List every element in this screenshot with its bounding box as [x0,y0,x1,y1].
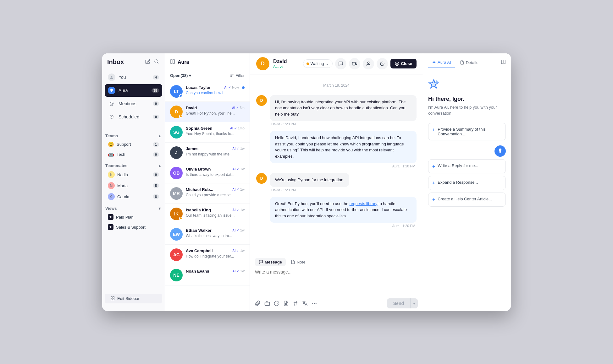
requests-library-link[interactable]: requests library [350,201,378,206]
ethan-preview: What's the best way to tra... [186,234,245,238]
message-tab[interactable]: Message [255,258,286,266]
conv-item-david[interactable]: D David AI ✓ 3m Great! For Python, you'l… [165,102,250,122]
ai-suggestion-reply[interactable]: + Write a Reply for me... [428,159,506,173]
edit-sidebar-button[interactable]: Edit Sidebar [105,294,162,303]
ai-suggestion-summary[interactable]: + Provide a Summary of this Conversation… [428,123,506,140]
sidebar-item-aura-badge: 38 [152,88,159,93]
noah-time: 1w [240,269,245,273]
paid-plan-icon [108,214,113,220]
send-button[interactable]: Send [387,298,410,308]
svg-rect-32 [501,60,503,64]
teammates-toggle-icon[interactable]: ▲ [158,164,162,168]
conv-list-title: Aura [178,59,189,65]
conv-list-header: Aura [165,53,250,70]
ai-suggestion-article[interactable]: + Create a Help Center Article... [428,193,506,207]
teammate-nadia[interactable]: N Nadia 0 [105,169,162,180]
sidebar-nav: You 4 Aura 38 @ Mentions [102,71,165,130]
teammate-marta-badge: 5 [153,183,159,188]
msg4-meta: Aura · 1:20 PM [391,224,417,228]
view-paid-plan-label: Paid Plan [116,215,134,220]
svg-rect-9 [173,60,174,63]
svg-line-28 [296,301,297,306]
message-4: Great! For Python, you'll need to use th… [256,197,417,228]
chat-icon-btn[interactable] [335,58,346,69]
ai-bot-avatar-1 [494,145,506,157]
msg1-bubble: Hi, I'm having trouble integrating your … [270,95,417,121]
michael-name: Michael Rob... [186,187,213,192]
edit-sidebar-label: Edit Sidebar [117,296,140,301]
teams-toggle-icon[interactable]: ▲ [158,134,162,138]
teammates-section-header: Teammates ▲ [102,160,165,169]
sidebar-item-scheduled[interactable]: Scheduled 0 [105,111,162,123]
isabella-name: Isabella King [186,208,211,212]
ai-panel-expand-button[interactable] [501,59,506,66]
conv-item-olivia[interactable]: OB Olivia Brown AI ✓ 1w Is there a way t… [165,163,250,183]
james-time: 1w [240,147,245,150]
ai-tab-details[interactable]: Details [456,57,482,68]
article-icon[interactable] [283,301,289,306]
chat-panel: D David Active Waiting ⌄ [250,53,423,311]
moon-icon-btn[interactable] [377,58,388,69]
chat-messages: March 19, 2024 D Hi, I'm having trouble … [250,74,423,254]
date-divider: March 19, 2024 [256,83,417,88]
lucas-time: Now [232,85,239,89]
attachment-icon[interactable] [255,301,261,306]
gif-icon[interactable] [264,301,270,306]
translate-icon[interactable] [302,301,308,306]
ava-ai-badge: AI ✓ [232,249,239,253]
david-preview: Great! For Python, you'll ne... [186,111,245,116]
ai-suggestion-expand-label: Expand a Response... [438,180,478,185]
conv-item-isabella[interactable]: IK Isabella King AI ✓ 1w Our team is fac… [165,204,250,224]
sidebar-item-you-badge: 4 [153,75,159,79]
user-icon-btn[interactable] [363,58,374,69]
open-filter-selector[interactable]: Open(38) ▾ [170,73,191,78]
msg3-bubble: We're using Python for the integration. [270,173,349,187]
sidebar-item-aura[interactable]: Aura 38 [105,84,162,97]
close-button[interactable]: Close [390,59,417,68]
conv-item-ethan[interactable]: EW Ethan Walker AI ✓ 1w What's the best … [165,224,250,245]
conv-item-noah[interactable]: NE Noah Evans AI ✓ 1w [165,265,250,285]
send-dropdown-button[interactable]: ▾ [410,298,418,308]
view-sales-support[interactable]: Sales & Support [105,222,162,232]
teammate-marta[interactable]: M Marta 5 [105,180,162,191]
details-tab-icon [460,60,464,65]
hashtag-icon[interactable] [293,301,298,306]
view-paid-plan[interactable]: Paid Plan [105,212,162,222]
message-tab-label: Message [265,260,282,264]
views-toggle-icon[interactable]: ▼ [158,206,162,211]
james-ai-badge: AI ✓ [232,147,239,150]
ava-time: 1w [240,249,245,253]
sidebar-item-mentions[interactable]: @ Mentions 0 [105,97,162,110]
sophia-avatar: SG [170,126,183,139]
msg3-meta: David · 1:20 PM [270,188,349,192]
sidebar-header-icons [145,58,160,66]
team-tech[interactable]: 🤖 Tech 0 [105,149,162,159]
video-icon-btn[interactable] [349,58,360,69]
message-input[interactable] [255,269,418,295]
carola-avatar: C [108,193,115,200]
more-icon[interactable] [312,301,317,306]
filter-label: Filter [235,73,245,78]
ai-tab-aura[interactable]: ✦ Aura AI [428,57,455,68]
conv-item-lucas[interactable]: LT Lucas Taylor AI ✓ Now Can you confirm… [165,81,250,102]
status-pill[interactable]: Waiting ⌄ [303,59,333,68]
sidebar-item-you[interactable]: You 4 [105,71,162,84]
team-support-label: Support [117,142,131,147]
compose-icon[interactable] [145,58,151,66]
conv-item-ava[interactable]: AC Ava Campbell AI ✓ 1w How do I integra… [165,245,250,265]
filter-button[interactable]: Filter [230,73,245,78]
teammate-carola-label: Carola [117,194,129,199]
ai-suggestion-expand[interactable]: + Expand a Response... [428,176,506,190]
conv-item-michael[interactable]: MR Michael Rob... AI ✓ 1w Could you prov… [165,183,250,204]
ava-preview: How do I integrate your ser... [186,254,245,258]
conv-item-sophia[interactable]: SG Sophia Green AI ✓ 1mo You: Hey Sophia… [165,122,250,143]
note-tab[interactable]: Note [287,258,309,266]
svg-rect-33 [504,60,505,64]
nadia-avatar: N [108,171,115,178]
search-icon[interactable] [153,58,160,66]
team-support[interactable]: 😊 Support 1 [105,139,162,149]
teammate-carola[interactable]: C Carola 8 [105,191,162,202]
lucas-online-dot [179,94,182,97]
emoji-icon[interactable] [274,301,279,306]
conv-item-james[interactable]: J James AI ✓ 1w I'm not happy with the l… [165,143,250,163]
